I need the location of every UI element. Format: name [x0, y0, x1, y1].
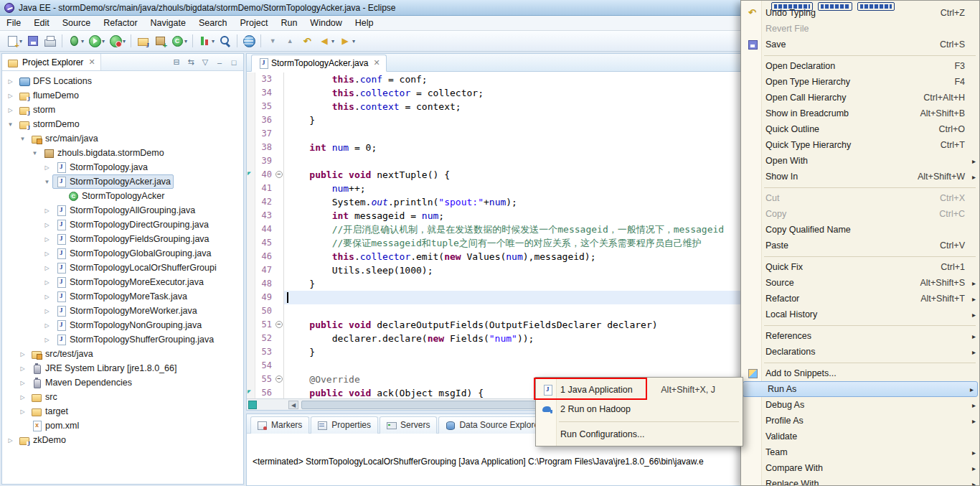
tree-item[interactable]: ▷StormTopologyMoreWorker.java [2, 304, 243, 318]
menu-item-open-with[interactable]: Open With▸ [741, 153, 979, 169]
run-external-button[interactable]: ▾ [108, 32, 127, 50]
menu-item-quick-outline[interactable]: Quick OutlineCtrl+O [741, 121, 979, 137]
dropdown-caret-icon[interactable]: ▾ [102, 38, 105, 45]
menu-item-revert-file[interactable]: Revert File [741, 21, 979, 37]
menu-item-team[interactable]: Team▸ [741, 444, 979, 460]
new-wizard-button[interactable]: ▾ [4, 32, 24, 50]
tree-collapsed-arrow-icon[interactable]: ▷ [42, 294, 52, 300]
menu-run[interactable]: Run [274, 17, 303, 29]
tree-item[interactable]: ▷StormTopologyMoreExecutor.java [2, 275, 243, 289]
tree-item[interactable]: ▼src/main/java [2, 131, 243, 146]
menu-item-run-as[interactable]: Run As▸ [743, 381, 978, 397]
menu-file[interactable]: File [0, 17, 27, 29]
tree-expanded-arrow-icon[interactable]: ▼ [17, 136, 28, 142]
tree-item[interactable]: ▷StormTopologyAllGrouping.java [2, 203, 243, 218]
menu-item-paste[interactable]: PasteCtrl+V [741, 238, 979, 253]
menu-item-source[interactable]: SourceAlt+Shift+S▸ [741, 275, 979, 291]
menu-item-cut[interactable]: CutCtrl+X [741, 190, 979, 206]
menu-refactor[interactable]: Refactor [97, 17, 143, 29]
dropdown-caret-icon[interactable]: ▾ [81, 38, 84, 45]
tree-collapsed-arrow-icon[interactable]: ▷ [5, 93, 16, 99]
tree-collapsed-arrow-icon[interactable]: ▷ [17, 365, 28, 372]
tree-item[interactable]: ▷target [2, 404, 243, 419]
menu-project[interactable]: Project [234, 17, 275, 29]
tree-item[interactable]: StormTopologyAcker [2, 189, 243, 203]
tab-markers[interactable]: Markers [250, 416, 309, 434]
tab-project-explorer[interactable]: Project Explorer ✕ [2, 54, 101, 70]
menu-search[interactable]: Search [192, 17, 234, 29]
menu-item-2-run-on-hadoop[interactable]: 2 Run on Hadoop [536, 399, 743, 419]
menu-item-add-to-snippets[interactable]: Add to Snippets... [741, 365, 979, 381]
tree-item[interactable]: ▼StormTopologyAcker.java [2, 174, 243, 189]
prev-annotation-button[interactable] [282, 32, 298, 50]
tree-collapsed-arrow-icon[interactable]: ▷ [5, 107, 16, 113]
new-package-button[interactable] [152, 32, 168, 50]
close-icon[interactable]: ✕ [88, 57, 95, 67]
tree-collapsed-arrow-icon[interactable]: ▷ [42, 308, 52, 314]
dropdown-caret-icon[interactable]: ▾ [331, 38, 334, 45]
run-button[interactable]: ▾ [87, 32, 106, 50]
tree-collapsed-arrow-icon[interactable]: ▷ [17, 394, 28, 401]
dropdown-caret-icon[interactable]: ▾ [212, 38, 215, 45]
tree-collapsed-arrow-icon[interactable]: ▷ [42, 251, 52, 257]
tree-item[interactable]: ▷src/test/java [2, 347, 243, 361]
tree-expanded-arrow-icon[interactable]: ▼ [5, 121, 16, 128]
menu-item-show-in-breadcrumb[interactable]: Show in BreadcrumbAlt+Shift+B [741, 106, 979, 121]
menu-source[interactable]: Source [56, 17, 98, 29]
minimize-icon[interactable]: – [213, 56, 226, 69]
back-button[interactable]: ▾ [316, 32, 336, 50]
tree-item[interactable]: ▷StormTopologyShufferGrouping.java [2, 332, 243, 347]
tree-collapsed-arrow-icon[interactable]: ▷ [42, 279, 52, 286]
tree-expanded-arrow-icon[interactable]: ▼ [29, 150, 40, 156]
fold-collapse-icon[interactable]: − [275, 171, 283, 178]
tree-collapsed-arrow-icon[interactable]: ▷ [5, 78, 16, 85]
tree-item[interactable]: ▷storm [2, 103, 243, 117]
tree-collapsed-arrow-icon[interactable]: ▷ [42, 207, 52, 214]
tab-servers[interactable]: Servers [380, 416, 437, 434]
menu-item-quick-fix[interactable]: Quick FixCtrl+1 [741, 259, 979, 275]
menu-edit[interactable]: Edit [27, 17, 56, 29]
last-edit-location-button[interactable] [299, 32, 315, 50]
tree-item[interactable]: ▷StormTopologyNonGrouping.java [2, 318, 243, 332]
maximize-icon[interactable]: □ [227, 56, 240, 69]
menu-item-debug-as[interactable]: Debug As▸ [741, 397, 979, 413]
debug-button[interactable]: ▾ [66, 32, 85, 50]
tree-item[interactable]: ▼zhouls.bigdata.stormDemo [2, 146, 243, 160]
menu-item-quick-type-hierarchy[interactable]: Quick Type HierarchyCtrl+T [741, 137, 979, 153]
menu-item-run-configurations[interactable]: Run Configurations... [536, 424, 743, 444]
tree-item[interactable]: ▷StormTopologyDirectGrouping.java [2, 218, 243, 232]
tree-item[interactable]: ▷StormTopologyLocalOrShufferGroupi [2, 261, 243, 275]
menu-item-open-call-hierarchy[interactable]: Open Call HierarchyCtrl+Alt+H [741, 90, 979, 106]
menu-item-declarations[interactable]: Declarations▸ [741, 344, 979, 360]
tree-collapsed-arrow-icon[interactable]: ▷ [42, 322, 52, 329]
tree-item[interactable]: ▷StormTopologyGlobalGrouping.java [2, 246, 243, 261]
view-menu-icon[interactable]: ▽ [199, 56, 212, 69]
menu-navigate[interactable]: Navigate [144, 17, 192, 29]
menu-item-profile-as[interactable]: Profile As▸ [741, 413, 979, 429]
menu-item-show-in[interactable]: Show InAlt+Shift+W▸ [741, 169, 979, 184]
coverage-button[interactable]: ▾ [197, 32, 216, 50]
menu-item-compare-with[interactable]: Compare With▸ [741, 460, 979, 476]
tree-item[interactable]: ▷src [2, 390, 243, 404]
tab-stormtopologyacker-java[interactable]: StormTopologyAcker.java ✕ [251, 55, 387, 72]
new-java-project-button[interactable] [135, 32, 151, 50]
tree-collapsed-arrow-icon[interactable]: ▷ [42, 337, 52, 343]
menu-item-open-type-hierarchy[interactable]: Open Type HierarchyF4 [741, 74, 979, 90]
tree-collapsed-arrow-icon[interactable]: ▷ [17, 408, 28, 415]
tree-item[interactable]: ▷StormTopology.java [2, 160, 243, 174]
menu-item-copy[interactable]: CopyCtrl+C [741, 206, 979, 222]
search-button[interactable] [217, 32, 233, 50]
tree-item[interactable]: ▷zkDemo [2, 433, 243, 447]
tab-data-source-explorer[interactable]: Data Source Explorer [438, 416, 549, 434]
tree-collapsed-arrow-icon[interactable]: ▷ [42, 222, 52, 228]
print-button[interactable] [42, 32, 58, 50]
link-with-editor-icon[interactable]: ⇆ [184, 56, 197, 69]
collapse-all-icon[interactable]: ⊟ [170, 56, 183, 69]
dropdown-caret-icon[interactable]: ▾ [123, 38, 126, 45]
tree-item[interactable]: pom.xml [2, 419, 243, 433]
tree-collapsed-arrow-icon[interactable]: ▷ [17, 380, 28, 386]
tree-collapsed-arrow-icon[interactable]: ▷ [5, 437, 16, 444]
forward-button[interactable]: ▾ [337, 32, 357, 50]
tree-item[interactable]: ▷DFS Locations [2, 74, 243, 88]
next-annotation-button[interactable] [265, 32, 281, 50]
